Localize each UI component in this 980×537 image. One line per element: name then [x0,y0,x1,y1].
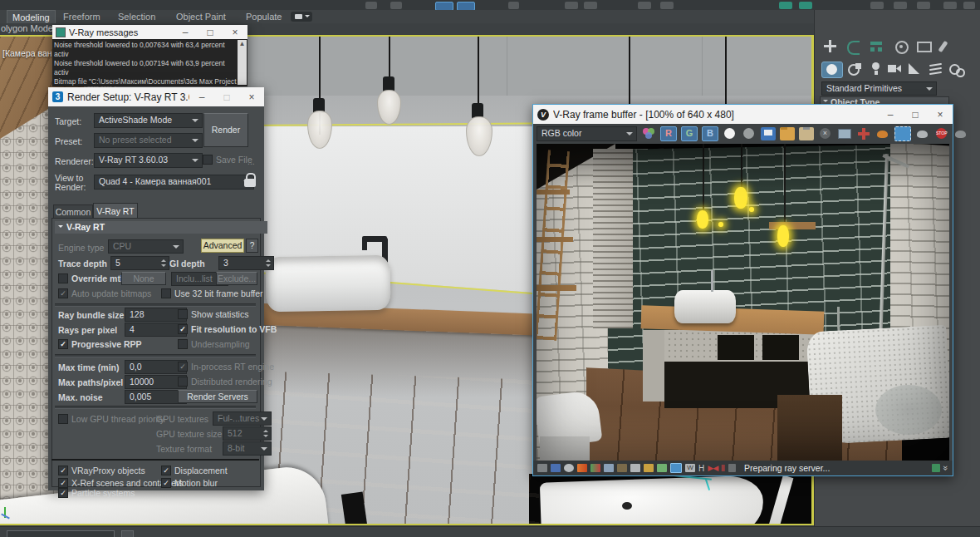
render-button[interactable]: Render [203,113,248,147]
ribbon-tab-object-paint[interactable]: Object Paint [171,10,231,23]
minimize-button[interactable]: – [878,110,903,120]
icc-icon[interactable]: H [698,464,704,473]
interactive-render-button[interactable] [953,127,968,140]
blue-channel-button[interactable]: B [702,126,718,141]
toolbar-icon-fragment[interactable] [660,2,674,9]
levels-icon[interactable] [604,464,614,472]
low-gpu-checkbox[interactable]: Low GPU thread priority [58,414,164,424]
stop-render-button[interactable]: STOP [934,127,949,140]
render-last-button[interactable] [875,127,890,140]
advanced-mode-button[interactable]: Advanced [201,239,244,253]
hierarchy-tab-icon[interactable] [870,40,884,52]
modify-tab-icon[interactable] [846,40,860,52]
white-balance-icon[interactable] [644,464,654,472]
status-field[interactable] [7,530,115,537]
toolbar-icon-fragment[interactable] [779,2,792,9]
maximize-button[interactable]: □ [198,27,223,37]
clipboard-button[interactable] [799,127,814,140]
show-statistics-checkbox[interactable]: Show statistics [178,309,248,319]
ribbon-tab-modeling[interactable]: Modeling [7,10,56,24]
gi-depth-spinner[interactable]: 3 [218,256,274,270]
minimize-button[interactable]: – [173,27,198,37]
use-32bit-checkbox[interactable]: Use 32 bit frame buffer [161,288,263,298]
primitives-dropdown[interactable]: Standard Primitives [821,81,937,96]
gpu-textures-dropdown[interactable]: Ful-...tures [213,411,272,426]
ribbon-tab-populate[interactable]: Populate [241,10,287,23]
save-all-channels-icon[interactable] [537,464,547,472]
test-resolution-icon[interactable] [577,464,587,472]
render-teapot-button[interactable] [915,127,930,140]
cameras-category-icon[interactable] [888,62,902,75]
curves-icon[interactable] [617,464,627,472]
motion-blur-checkbox[interactable]: ✓Motion blur [161,478,218,488]
maximize-button[interactable]: □ [214,92,239,102]
channel-dropdown[interactable]: RGB color [537,126,637,141]
vray-rt-rollout-header[interactable]: V-Ray RT [55,221,267,234]
toolbar-icon-fragment[interactable] [508,2,519,9]
scrollbar[interactable]: ▲ [238,40,247,85]
track-mouse-button[interactable] [856,127,871,140]
displacement-checkbox[interactable]: ✓Displacement [161,466,228,475]
status-mini-button[interactable] [121,530,134,537]
shapes-category-icon[interactable] [848,62,862,75]
save-file-browse-button[interactable]: ... [247,156,255,166]
lights-category-icon[interactable] [870,62,884,75]
memory-icon[interactable] [932,464,940,472]
duplicate-to-max-button[interactable] [837,127,852,140]
rendered-image[interactable] [537,144,949,461]
particle-systems-checkbox[interactable]: ✓Particle systems [58,488,135,498]
load-image-button[interactable] [780,127,795,140]
toolbar-icon-fragment[interactable] [963,2,975,9]
spacewarps-category-icon[interactable] [929,62,943,75]
frame-buffer-titlebar[interactable]: V V-Ray frame buffer - [100% of 640 x 48… [533,105,953,124]
vray-messages-titlebar[interactable]: V-Ray messages – □ × [52,25,247,39]
display-tab-icon[interactable] [916,40,930,52]
save-file-checkbox[interactable]: Save File [203,155,252,165]
toolbar-icon-fragment[interactable] [799,2,812,9]
override-mtl-checkbox[interactable]: Override mtl [58,273,123,283]
vrayproxy-checkbox[interactable]: ✓VRayProxy objects [58,466,145,475]
close-button[interactable]: × [239,92,264,102]
renderer-dropdown[interactable]: V-Ray RT 3.60.03 [94,153,203,168]
green-channel-button[interactable]: G [681,126,698,141]
ribbon-overflow-button[interactable] [291,12,312,22]
clear-image-button[interactable]: × [818,127,833,140]
render-setup-titlebar[interactable]: 3 Render Setup: V-Ray RT 3.60.03 – □ × [48,87,264,106]
utilities-tab-icon[interactable] [939,40,953,52]
in-process-checkbox[interactable]: ✓In-process RT engine [178,362,274,372]
save-image-button[interactable] [761,127,776,140]
exclude-button[interactable]: Exclude... [216,272,257,285]
toolbar-icon-fragment[interactable] [943,2,957,9]
systems-category-icon[interactable] [949,62,963,75]
ribbon-tab-selection[interactable]: Selection [113,10,160,23]
minimize-button[interactable]: – [189,92,214,102]
fit-resolution-checkbox[interactable]: ✓Fit resolution to VFB [178,324,277,334]
lut-icon[interactable] [670,463,682,473]
view-to-render-dropdown[interactable]: Quad 4 - Камера ванная001 [94,175,254,190]
ribbon-tab-freeform[interactable]: Freeform [58,10,105,23]
help-button[interactable]: ? [246,239,258,253]
helpers-category-icon[interactable] [908,62,922,75]
ocio-icon[interactable]: W [685,464,695,472]
progressive-rpp-checkbox[interactable]: ✓Progressive RPP [58,339,142,349]
red-channel-button[interactable]: R [660,126,677,141]
vray-messages-log[interactable]: Noise threshold lowered to 0,007634 with… [52,39,247,86]
region-render-button[interactable] [894,126,911,141]
background-icon[interactable] [657,464,667,472]
override-none-button[interactable]: None [121,272,166,285]
render-servers-button[interactable]: Render Servers [178,390,257,403]
target-dropdown[interactable]: ActiveShade Mode [94,113,203,128]
gpu-texture-size-spinner[interactable]: 512 [223,426,272,441]
close-button[interactable]: × [928,110,953,120]
color-corrections-icon[interactable] [590,464,600,472]
toolbar-icon-fragment[interactable] [638,2,651,9]
index-color-icon[interactable] [551,464,561,472]
tab-vray-rt[interactable]: V-Ray RT [93,203,138,219]
create-tab-icon[interactable] [823,40,837,52]
toolbar-icon-fragment[interactable] [894,2,907,9]
engine-type-dropdown[interactable]: CPU [108,239,184,254]
toolbar-icon-fragment[interactable] [565,2,578,9]
distributed-rendering-checkbox[interactable]: Distributed rendering [178,377,272,387]
texture-format-dropdown[interactable]: 8-bit [223,441,272,456]
undersampling-checkbox[interactable]: Undersampling [178,339,250,349]
